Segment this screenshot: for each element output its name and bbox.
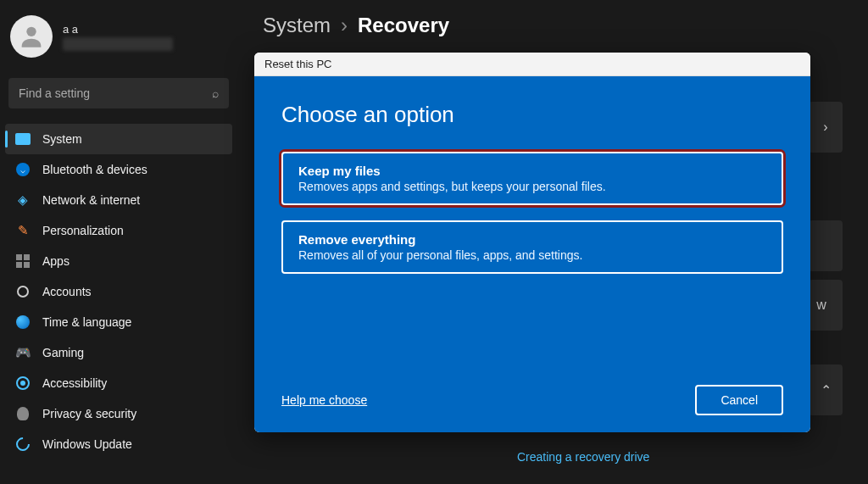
user-name: a a <box>63 23 173 36</box>
gaming-icon: 🎮 <box>15 345 31 360</box>
sidebar-item-personalization[interactable]: ✎ Personalization <box>0 215 237 246</box>
dialog-heading: Choose an option <box>281 102 783 128</box>
cancel-button[interactable]: Cancel <box>695 385 783 415</box>
sidebar-item-label: Apps <box>42 254 70 268</box>
sidebar-item-label: System <box>42 132 82 146</box>
user-section[interactable]: a a <box>0 8 237 64</box>
user-info: a a <box>63 23 173 51</box>
sidebar-item-label: Bluetooth & devices <box>42 163 147 176</box>
card-text: w <box>816 298 826 313</box>
card-expand[interactable]: ⌃ <box>809 364 843 415</box>
globe-icon <box>15 314 31 330</box>
recovery-drive-link[interactable]: Creating a recovery drive <box>517 450 649 464</box>
bluetooth-icon: ⌵ <box>15 162 31 177</box>
card-partial[interactable] <box>809 220 843 271</box>
accessibility-icon <box>15 376 31 391</box>
sidebar-item-label: Personalization <box>42 224 124 237</box>
breadcrumb-separator: › <box>341 14 348 37</box>
option-desc: Removes all of your personal files, apps… <box>298 248 582 262</box>
dialog-title-bar: Reset this PC <box>254 53 810 76</box>
avatar <box>10 15 53 58</box>
sidebar-item-accounts[interactable]: Accounts <box>0 276 237 307</box>
card-partial-2[interactable]: w <box>809 280 843 331</box>
search-input[interactable] <box>19 86 212 100</box>
sidebar-item-accessibility[interactable]: Accessibility <box>0 368 237 398</box>
breadcrumb-parent[interactable]: System <box>263 14 331 37</box>
option-desc: Removes apps and settings, but keeps you… <box>298 180 606 193</box>
option-title: Remove everything <box>298 232 766 247</box>
help-me-choose-link[interactable]: Help me choose <box>281 393 367 407</box>
sidebar-item-label: Gaming <box>42 346 84 359</box>
sidebar-item-label: Windows Update <box>42 437 132 451</box>
sidebar-item-windows-update[interactable]: Windows Update <box>0 429 237 459</box>
wifi-icon: ◈ <box>15 192 31 208</box>
sidebar-item-bluetooth[interactable]: ⌵ Bluetooth & devices <box>0 154 237 185</box>
user-email-blurred <box>63 37 173 51</box>
option-title: Keep my files <box>298 164 766 178</box>
reset-pc-dialog: Reset this PC Choose an option Keep my f… <box>254 53 810 432</box>
dialog-body: Choose an option Keep my files Removes a… <box>254 76 810 432</box>
account-icon <box>15 284 31 299</box>
breadcrumb: System › Recovery <box>263 14 843 37</box>
sidebar-item-network[interactable]: ◈ Network & internet <box>0 185 237 215</box>
sidebar: a a ⌕ System ⌵ Bluetooth & devices ◈ Net… <box>0 0 237 484</box>
sidebar-item-label: Network & internet <box>42 193 140 207</box>
card-chevron[interactable]: › <box>809 102 843 153</box>
sidebar-item-label: Accounts <box>42 285 92 298</box>
update-icon <box>15 437 31 452</box>
sidebar-item-apps[interactable]: Apps <box>0 246 237 276</box>
page-title: Recovery <box>358 14 449 37</box>
remove-everything-option[interactable]: Remove everything Removes all of your pe… <box>281 220 783 274</box>
sidebar-item-time[interactable]: Time & language <box>0 307 237 337</box>
search-box[interactable]: ⌕ <box>8 78 229 108</box>
sidebar-item-system[interactable]: System <box>5 124 232 154</box>
svg-point-0 <box>26 27 36 36</box>
person-icon <box>17 22 46 51</box>
chevron-up-icon: ⌃ <box>821 382 832 398</box>
sidebar-item-privacy[interactable]: Privacy & security <box>0 398 237 429</box>
brush-icon: ✎ <box>15 223 31 238</box>
dialog-footer: Help me choose Cancel <box>281 385 783 415</box>
nav-list: System ⌵ Bluetooth & devices ◈ Network &… <box>0 124 237 476</box>
search-icon: ⌕ <box>212 86 219 100</box>
sidebar-item-label: Accessibility <box>42 376 107 390</box>
display-icon <box>15 131 31 147</box>
sidebar-item-label: Time & language <box>42 315 131 329</box>
chevron-right-icon: › <box>823 120 827 135</box>
sidebar-item-gaming[interactable]: 🎮 Gaming <box>0 337 237 368</box>
apps-icon <box>15 253 31 269</box>
shield-icon <box>15 406 31 421</box>
sidebar-item-label: Privacy & security <box>42 407 136 420</box>
keep-my-files-option[interactable]: Keep my files Removes apps and settings,… <box>281 152 783 205</box>
